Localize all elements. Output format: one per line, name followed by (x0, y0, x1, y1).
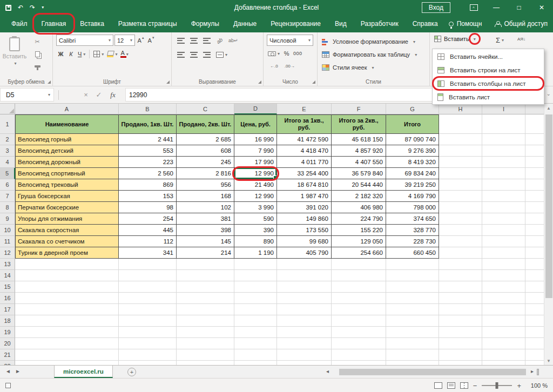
cell-G1[interactable]: Итого (386, 114, 439, 134)
cell-A12[interactable]: Турник в дверной проем (15, 247, 119, 259)
cell-F8[interactable]: 406 980 (332, 202, 386, 213)
cell-I21[interactable] (482, 349, 525, 361)
row-header-11[interactable]: 11 (0, 236, 15, 247)
cell-H8[interactable] (439, 202, 482, 213)
italic-button[interactable]: К (66, 49, 76, 59)
cell-H12[interactable] (439, 247, 482, 259)
cell-H22[interactable] (439, 361, 482, 365)
cell-I9[interactable] (482, 213, 525, 225)
cell-D3[interactable]: 7 990 (234, 145, 277, 157)
cell-D8[interactable]: 3 990 (234, 202, 277, 213)
underline-button[interactable]: Ч▾ (77, 49, 86, 59)
conditional-formatting-button[interactable]: Условное форматирование ▾ (322, 36, 415, 48)
number-format-combo[interactable]: Числовой▾ (267, 35, 313, 46)
cell-B12[interactable]: 341 (119, 247, 177, 259)
cell-C17[interactable] (177, 304, 234, 315)
increase-decimal-button[interactable] (269, 61, 279, 71)
tab-разметка-страницы[interactable]: Разметка страницы (111, 15, 184, 32)
cell-B2[interactable]: 2 441 (119, 134, 177, 145)
tab-вставка[interactable]: Вставка (73, 15, 111, 32)
cell-E17[interactable] (277, 304, 332, 315)
cell-A18[interactable] (15, 315, 119, 327)
cell-B5[interactable]: 2 560 (119, 168, 177, 179)
cell-F4[interactable]: 4 407 550 (332, 157, 386, 168)
cell-H14[interactable] (439, 270, 482, 281)
cell-D1[interactable]: Цена, руб. (234, 114, 277, 134)
cell-D19[interactable] (234, 327, 277, 338)
cell-G21[interactable] (386, 349, 439, 361)
row-header-18[interactable]: 18 (0, 315, 15, 327)
row-header-21[interactable]: 21 (0, 349, 15, 361)
sign-in-button[interactable]: Вход (422, 2, 450, 13)
cell-C4[interactable]: 245 (177, 157, 234, 168)
cell-G10[interactable]: 328 770 (386, 225, 439, 236)
cell-I14[interactable] (482, 270, 525, 281)
cell-C7[interactable]: 168 (177, 191, 234, 202)
row-header-19[interactable]: 19 (0, 327, 15, 338)
cell-I15[interactable] (482, 281, 525, 293)
tab-справка[interactable]: Справка (406, 15, 445, 32)
tab-вид[interactable]: Вид (328, 15, 354, 32)
column-header-E[interactable]: E (277, 104, 332, 114)
number-dialog-launcher-icon[interactable] (312, 80, 315, 84)
cell-G11[interactable]: 228 730 (386, 236, 439, 247)
increase-font-size-button[interactable]: А▴ (136, 36, 145, 45)
accounting-format-button[interactable]: ▾ (267, 49, 281, 58)
cell-F1[interactable]: Итого за 2кв., руб. (332, 114, 386, 134)
undo-icon[interactable]: ↶ (18, 4, 23, 11)
cell-A14[interactable] (15, 270, 119, 281)
merge-center-button[interactable]: ▾ (215, 50, 228, 59)
cell-A16[interactable] (15, 293, 119, 304)
cell-B14[interactable] (119, 270, 177, 281)
cell-F15[interactable] (332, 281, 386, 293)
cell-H11[interactable] (439, 236, 482, 247)
cell-E15[interactable] (277, 281, 332, 293)
cell-I2[interactable] (482, 134, 525, 145)
cell-C21[interactable] (177, 349, 234, 361)
cell-A15[interactable] (15, 281, 119, 293)
row-header-14[interactable]: 14 (0, 270, 15, 281)
cell-D7[interactable]: 12 990 (234, 191, 277, 202)
cell-A13[interactable] (15, 259, 119, 270)
cell-C5[interactable]: 2 816 (177, 168, 234, 179)
menu-item-4[interactable]: Вставить лист (433, 90, 544, 104)
cell-H21[interactable] (439, 349, 482, 361)
cell-B20[interactable] (119, 338, 177, 349)
cell-E1[interactable]: Итого за 1кв., руб. (277, 114, 332, 134)
cell-E11[interactable]: 99 680 (277, 236, 332, 247)
percent-style-button[interactable]: % (282, 49, 291, 58)
maximize-button[interactable]: □ (508, 0, 530, 15)
confirm-entry-button[interactable]: ✓ (93, 88, 105, 102)
clipboard-dialog-launcher-icon[interactable] (48, 80, 51, 84)
cell-F9[interactable]: 224 790 (332, 213, 386, 225)
cell-E2[interactable]: 41 472 590 (277, 134, 332, 145)
cell-F5[interactable]: 36 579 840 (332, 168, 386, 179)
column-header-I[interactable]: I (482, 104, 525, 114)
paste-button[interactable]: Вставить ▾ (2, 35, 27, 76)
cell-I17[interactable] (482, 304, 525, 315)
cell-F20[interactable] (332, 338, 386, 349)
row-header-22[interactable]: 22 (0, 361, 15, 365)
cell-G4[interactable]: 8 419 320 (386, 157, 439, 168)
row-header-6[interactable]: 6 (0, 179, 15, 191)
column-header-D[interactable]: D (234, 104, 277, 114)
insert-function-button[interactable]: fx (107, 88, 119, 102)
cell-D9[interactable]: 590 (234, 213, 277, 225)
cell-H3[interactable] (439, 145, 482, 157)
hscroll-right-icon[interactable]: ▸ (531, 368, 534, 374)
cell-C12[interactable]: 214 (177, 247, 234, 259)
cell-A9[interactable]: Упоры для отжимания (15, 213, 119, 225)
view-page-layout-icon[interactable] (447, 382, 455, 389)
cell-G14[interactable] (386, 270, 439, 281)
hscroll-thumb[interactable] (339, 369, 526, 375)
cell-D12[interactable]: 1 190 (234, 247, 277, 259)
cell-I20[interactable] (482, 338, 525, 349)
tell-me-button[interactable]: Помощн (449, 20, 482, 28)
cell-A20[interactable] (15, 338, 119, 349)
cell-H10[interactable] (439, 225, 482, 236)
column-header-H[interactable]: H (439, 104, 482, 114)
cell-E19[interactable] (277, 327, 332, 338)
format-painter-button[interactable] (30, 62, 44, 71)
cell-C10[interactable]: 398 (177, 225, 234, 236)
row-header-13[interactable]: 13 (0, 259, 15, 270)
